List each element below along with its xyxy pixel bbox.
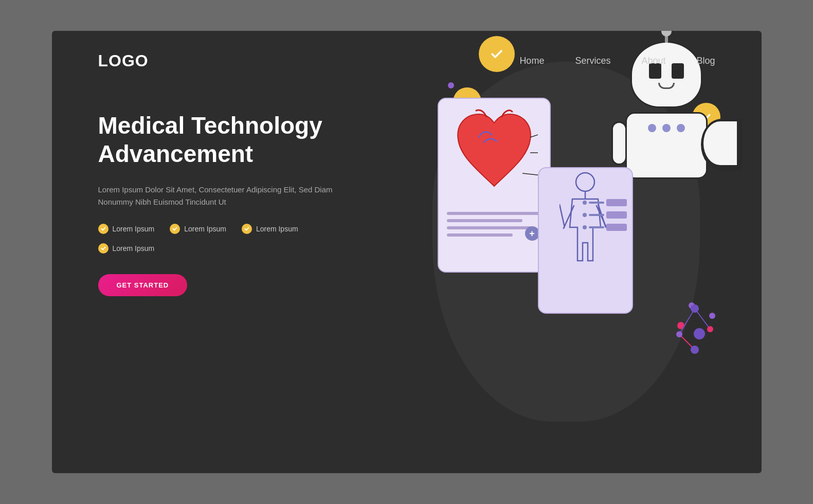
logo: LOGO bbox=[98, 51, 149, 70]
svg-line-0 bbox=[679, 309, 695, 334]
get-started-button[interactable]: GET STARTED bbox=[98, 274, 188, 296]
feature-item-1: Lorem Ipsum bbox=[98, 224, 155, 234]
molecule-lines bbox=[664, 293, 726, 360]
feature-label-3: Lorem Ipsum bbox=[256, 225, 298, 233]
feature-item-3: Lorem Ipsum bbox=[242, 224, 298, 234]
feature-label-1: Lorem Ipsum bbox=[113, 225, 155, 233]
svg-point-5 bbox=[707, 326, 713, 332]
features-list: Lorem Ipsum Lorem Ipsum Lorem Ipsum bbox=[98, 224, 366, 254]
navigation: Home Services About Blog bbox=[519, 56, 715, 66]
nav-about[interactable]: About bbox=[641, 56, 665, 66]
feature-label-4: Lorem Ipsum bbox=[113, 244, 155, 253]
hero-description: Lorem Ipsum Dolor Sit Amet, Consectetuer… bbox=[98, 184, 335, 208]
svg-point-3 bbox=[691, 304, 699, 313]
nav-home[interactable]: Home bbox=[519, 56, 544, 66]
nav-services[interactable]: Services bbox=[575, 56, 610, 66]
page-container: LOGO Home Services About Blog Medical Te… bbox=[52, 31, 762, 473]
svg-point-6 bbox=[691, 346, 699, 354]
feature-dot-4 bbox=[98, 243, 109, 254]
feature-item-4: Lorem Ipsum bbox=[98, 243, 155, 254]
feature-label-2: Lorem Ipsum bbox=[184, 225, 226, 233]
hero-content: Medical Technology Advancement Lorem Ips… bbox=[98, 112, 366, 296]
feature-dot-1 bbox=[98, 224, 109, 234]
hero-title: Medical Technology Advancement bbox=[98, 112, 366, 168]
svg-point-4 bbox=[676, 331, 682, 337]
feature-dot-2 bbox=[170, 224, 180, 234]
feature-dot-3 bbox=[242, 224, 252, 234]
feature-item-2: Lorem Ipsum bbox=[170, 224, 226, 234]
header: LOGO Home Services About Blog bbox=[52, 31, 762, 70]
nav-blog[interactable]: Blog bbox=[696, 56, 715, 66]
hero-section: Medical Technology Advancement Lorem Ips… bbox=[52, 70, 762, 296]
